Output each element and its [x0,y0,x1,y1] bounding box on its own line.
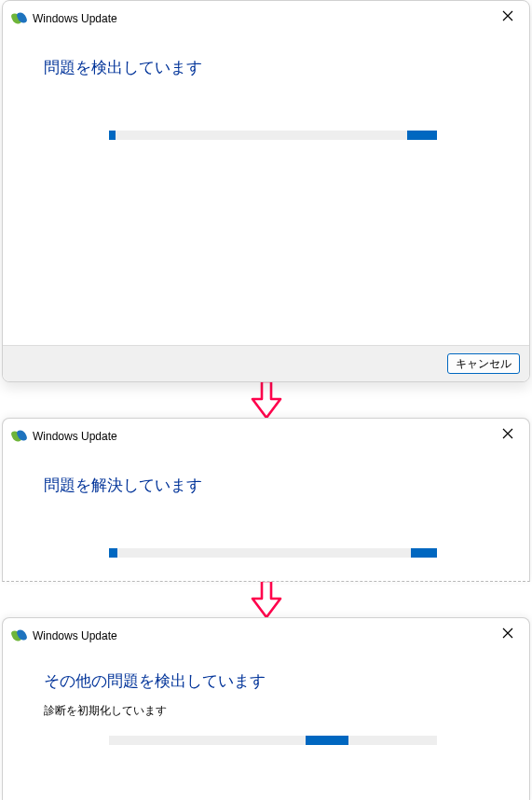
troubleshooter-dialog-step-2: Windows Update 問題を解決しています [2,418,530,582]
progress-bar [109,548,437,558]
dialog-content: 問題を検出しています [3,25,529,149]
status-headline: その他の問題を検出しています [44,670,488,692]
windows-update-icon [12,12,27,25]
status-headline: 問題を検出しています [44,57,488,78]
dialog-footer: キャンセル [3,345,529,381]
windows-update-icon [12,629,27,642]
progress-segment [407,131,437,140]
status-subtext: 診断を初期化しています [44,703,488,719]
troubleshooter-dialog-step-1: Windows Update 問題を検出しています キャンセル [2,0,530,382]
arrow-down-icon [251,380,282,420]
troubleshooter-dialog-step-3: Windows Update その他の問題を検出しています 診断を初期化していま… [2,617,530,800]
flow-arrow [0,580,532,619]
flow-arrow [0,380,532,420]
titlebar: Windows Update [3,419,529,443]
titlebar: Windows Update [3,618,529,642]
progress-segment [109,131,116,140]
close-button[interactable] [494,622,522,644]
progress-segment [411,548,437,558]
close-icon [502,10,513,21]
app-title: Windows Update [33,430,117,443]
progress-segment [306,736,348,745]
arrow-down-icon [251,580,282,619]
windows-update-icon [12,430,27,443]
close-button[interactable] [494,422,522,445]
cancel-button[interactable]: キャンセル [447,353,520,374]
status-headline: 問題を解決しています [44,475,488,496]
close-button[interactable] [494,5,522,27]
progress-segment [109,548,117,558]
progress-bar [109,131,437,140]
app-title: Windows Update [33,629,117,642]
dialog-content: 問題を解決しています [3,443,529,567]
app-title: Windows Update [33,12,117,25]
dialog-content: その他の問題を検出しています 診断を初期化しています [3,642,529,752]
close-icon [502,428,513,439]
titlebar: Windows Update [3,1,529,25]
close-icon [502,628,513,639]
progress-bar [109,736,437,745]
